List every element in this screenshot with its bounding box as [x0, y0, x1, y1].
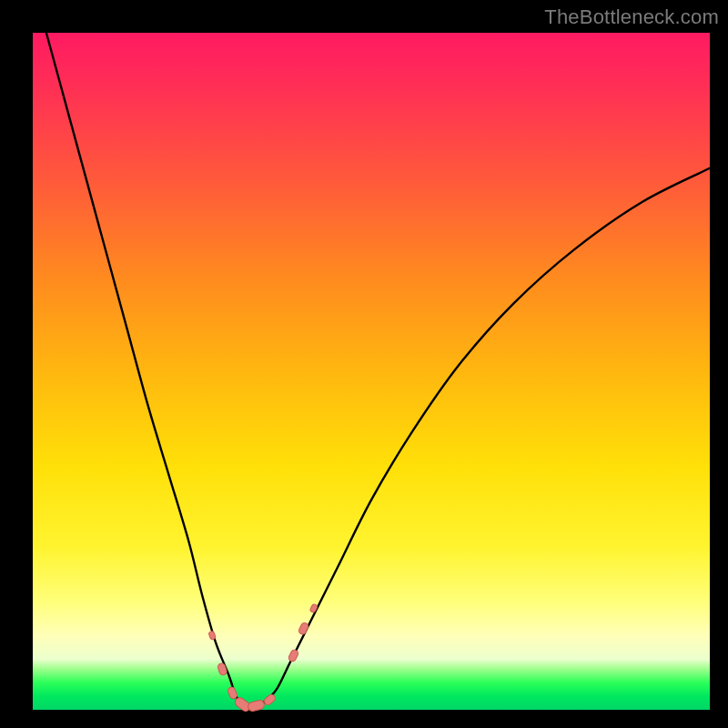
- chart-frame: TheBottleneck.com: [0, 0, 728, 728]
- watermark-text: TheBottleneck.com: [544, 5, 719, 29]
- chart-gradient-area: [33, 33, 710, 710]
